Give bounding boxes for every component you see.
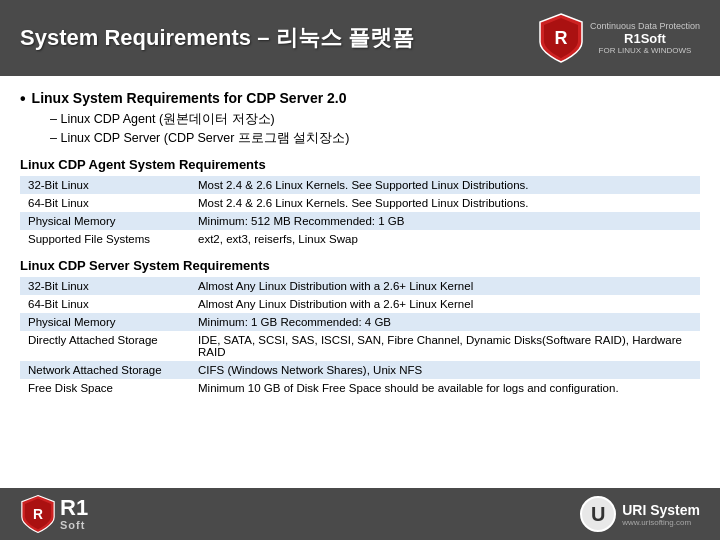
table-row: Physical MemoryMinimum: 512 MB Recommend…: [20, 212, 700, 230]
page-title: System Requirements – 리눅스 플랫폼: [20, 23, 414, 53]
row-label: Free Disk Space: [20, 379, 190, 397]
row-label: 32-Bit Linux: [20, 176, 190, 194]
row-value: Almost Any Linux Distribution with a 2.6…: [190, 295, 700, 313]
bullet-dot: •: [20, 91, 26, 107]
sub-list: Linux CDP Agent (원본데이터 저장소) Linux CDP Se…: [20, 111, 700, 147]
row-label: Network Attached Storage: [20, 361, 190, 379]
footer: R R1 Soft U URI System www.urisofting.co…: [0, 488, 720, 540]
server-requirements-table: 32-Bit LinuxAlmost Any Linux Distributio…: [20, 277, 700, 397]
sub-item-server: Linux CDP Server (CDP Server 프로그램 설치장소): [50, 130, 700, 147]
row-label: 64-Bit Linux: [20, 194, 190, 212]
row-label: 32-Bit Linux: [20, 277, 190, 295]
row-label: 64-Bit Linux: [20, 295, 190, 313]
logo-brand-name: R1Soft: [624, 31, 666, 46]
row-value: IDE, SATA, SCSI, SAS, ISCSI, SAN, Fibre …: [190, 331, 700, 361]
uri-u-icon: U: [580, 496, 616, 532]
svg-text:R: R: [554, 28, 567, 48]
r1soft-soft-label: Soft: [60, 519, 88, 531]
row-value: Minimum: 512 MB Recommended: 1 GB: [190, 212, 700, 230]
uri-sub-label: www.urisofting.com: [622, 518, 700, 527]
row-value: Most 2.4 & 2.6 Linux Kernels. See Suppor…: [190, 194, 700, 212]
row-label: Physical Memory: [20, 212, 190, 230]
row-value: Minimum: 1 GB Recommended: 4 GB: [190, 313, 700, 331]
bullet-title: • Linux System Requirements for CDP Serv…: [20, 90, 700, 107]
main-content: • Linux System Requirements for CDP Serv…: [0, 76, 720, 417]
uri-logo-box: U URI System www.urisofting.com: [580, 496, 700, 532]
main-bullet-section: • Linux System Requirements for CDP Serv…: [20, 90, 700, 147]
table-row: 64-Bit LinuxMost 2.4 & 2.6 Linux Kernels…: [20, 194, 700, 212]
table-row: 64-Bit LinuxAlmost Any Linux Distributio…: [20, 295, 700, 313]
table-row: Supported File Systemsext2, ext3, reiser…: [20, 230, 700, 248]
logo-sub-text: FOR LINUX & WINDOWS: [599, 46, 692, 55]
server-section-heading: Linux CDP Server System Requirements: [20, 258, 700, 273]
uri-system-logo: U URI System www.urisofting.com: [580, 496, 700, 532]
row-value: CIFS (Windows Network Shares), Unix NFS: [190, 361, 700, 379]
table-row: 32-Bit LinuxMost 2.4 & 2.6 Linux Kernels…: [20, 176, 700, 194]
r1soft-shield-icon: R: [538, 12, 584, 64]
uri-text-block: URI System www.urisofting.com: [622, 502, 700, 527]
row-label: Supported File Systems: [20, 230, 190, 248]
row-value: Most 2.4 & 2.6 Linux Kernels. See Suppor…: [190, 176, 700, 194]
header: System Requirements – 리눅스 플랫폼 R Continuo…: [0, 0, 720, 76]
table-row: 32-Bit LinuxAlmost Any Linux Distributio…: [20, 277, 700, 295]
row-label: Directly Attached Storage: [20, 331, 190, 361]
header-logo: R Continuous Data Protection R1Soft FOR …: [538, 12, 700, 64]
r1soft-r1-label: R1: [60, 497, 88, 519]
row-value: ext2, ext3, reiserfs, Linux Swap: [190, 230, 700, 248]
agent-section-heading: Linux CDP Agent System Requirements: [20, 157, 700, 172]
row-value: Almost Any Linux Distribution with a 2.6…: [190, 277, 700, 295]
r1soft-footer-text: R1 Soft: [60, 497, 88, 531]
uri-name-label: URI System: [622, 502, 700, 518]
table-row: Physical MemoryMinimum: 1 GB Recommended…: [20, 313, 700, 331]
bullet-title-text: Linux System Requirements for CDP Server…: [32, 90, 347, 106]
svg-text:R: R: [33, 506, 43, 522]
sub-item-agent: Linux CDP Agent (원본데이터 저장소): [50, 111, 700, 128]
logo-tagline: Continuous Data Protection: [590, 21, 700, 32]
r1soft-footer-logo: R R1 Soft: [20, 494, 88, 534]
table-row: Free Disk SpaceMinimum 10 GB of Disk Fre…: [20, 379, 700, 397]
r1soft-header-branding: Continuous Data Protection R1Soft FOR LI…: [590, 21, 700, 56]
footer-shield-icon: R: [20, 494, 56, 534]
table-row: Directly Attached StorageIDE, SATA, SCSI…: [20, 331, 700, 361]
agent-requirements-table: 32-Bit LinuxMost 2.4 & 2.6 Linux Kernels…: [20, 176, 700, 248]
table-row: Network Attached StorageCIFS (Windows Ne…: [20, 361, 700, 379]
row-label: Physical Memory: [20, 313, 190, 331]
row-value: Minimum 10 GB of Disk Free Space should …: [190, 379, 700, 397]
